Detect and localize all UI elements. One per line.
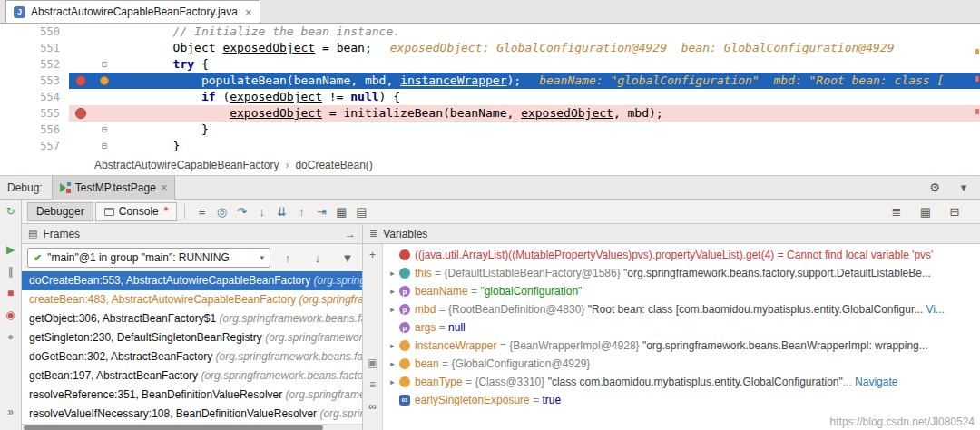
- breadcrumb-class[interactable]: AbstractAutowireCapableBeanFactory: [94, 159, 279, 171]
- code-text: exposedObject = initializeBean(beanName,…: [116, 105, 980, 122]
- stack-frame-row[interactable]: getSingleton:230, DefaultSingletonBeanRe…: [22, 328, 362, 347]
- frame-down-icon[interactable]: ↓: [309, 249, 327, 267]
- variable-token: =: [439, 357, 452, 370]
- code-line-body: exposedObject = initializeBean(beanName,…: [69, 105, 980, 122]
- line-number[interactable]: 556: [0, 122, 69, 138]
- debug-session-tab[interactable]: TestMP.testPage ×: [52, 176, 176, 200]
- line-number[interactable]: 557: [0, 138, 69, 154]
- gear-icon[interactable]: ⚙: [926, 179, 944, 197]
- expand-chevron-icon[interactable]: ▸: [387, 269, 398, 278]
- variable-row[interactable]: ▸pmbd = {RootBeanDefinition@4830} "Root …: [383, 300, 980, 318]
- pause-icon[interactable]: ∥: [4, 264, 18, 279]
- fold-icon[interactable]: ⊟: [102, 122, 107, 138]
- show-execution-point-icon[interactable]: ◎: [212, 202, 230, 220]
- code-token: Object: [173, 41, 223, 54]
- variable-row[interactable]: ▸this = {DefaultListableBeanFactory@1586…: [383, 264, 980, 282]
- code-editor[interactable]: 550// Initialize the bean instance.551Ob…: [0, 24, 980, 154]
- error-stripe: [975, 24, 979, 154]
- filter-icon[interactable]: ▼: [338, 249, 357, 267]
- variable-row[interactable]: ▸beanType = {Class@3310} "class com.baom…: [383, 373, 980, 391]
- expand-chevron-icon[interactable]: ▸: [387, 377, 398, 386]
- line-number[interactable]: 555: [0, 105, 69, 122]
- variable-row[interactable]: ▸instanceWrapper = {BeanWrapperImpl@4928…: [383, 337, 980, 355]
- stack-frame-row[interactable]: resolveReference:351, BeanDefinitionValu…: [22, 386, 362, 405]
- thread-dropdown[interactable]: ✔ "main"@1 in group "main": RUNNING ▾: [27, 248, 270, 268]
- fold-slot: [93, 105, 116, 122]
- breadcrumb-method[interactable]: doCreateBean(): [295, 159, 372, 171]
- error-stripe-mark[interactable]: [975, 49, 979, 54]
- add-watch-icon[interactable]: +: [366, 248, 380, 262]
- line-number[interactable]: 553: [0, 73, 69, 89]
- run-to-cursor-icon[interactable]: ⇥: [312, 202, 330, 220]
- stack-frame-row[interactable]: resolveValueIfNecessary:108, BeanDefinit…: [22, 405, 362, 424]
- resume-icon[interactable]: ▶: [4, 242, 18, 257]
- thread-nav-icons: ↑↓▼: [279, 249, 357, 267]
- code-token: , mbd);: [613, 106, 663, 120]
- close-tab-icon[interactable]: ×: [245, 5, 252, 19]
- step-into-icon[interactable]: ↓: [252, 202, 270, 220]
- editor-tab[interactable]: J AbstractAutowireCapableBeanFactory.jav…: [5, 0, 260, 23]
- close-session-icon[interactable]: ×: [161, 181, 168, 194]
- more-icon[interactable]: »: [4, 405, 18, 419]
- evaluate-expression-icon[interactable]: ▦: [332, 202, 350, 220]
- scrollbar-thumb[interactable]: [24, 425, 323, 430]
- frame-up-icon[interactable]: ↑: [279, 249, 297, 267]
- mute-breakpoints-icon[interactable]: ●: [4, 329, 18, 344]
- line-number[interactable]: 554: [0, 89, 69, 105]
- step-out-icon[interactable]: ↑: [292, 202, 310, 220]
- breakpoint-icon[interactable]: [75, 108, 86, 119]
- error-stripe-mark[interactable]: [975, 109, 979, 114]
- code-line: 557⊟}: [0, 138, 980, 154]
- expand-chevron-icon[interactable]: ▸: [387, 359, 398, 368]
- line-number[interactable]: 551: [0, 40, 69, 56]
- stack-icon[interactable]: ≡: [366, 377, 380, 392]
- tab-console[interactable]: Console *: [95, 202, 178, 221]
- stack-frame-row[interactable]: getBean:197, AbstractBeanFactory (org.sp…: [22, 366, 362, 386]
- expand-chevron-icon[interactable]: ▸: [387, 287, 398, 296]
- force-step-into-icon[interactable]: ⇊: [272, 202, 290, 220]
- variable-row[interactable]: pargs = null: [383, 318, 980, 337]
- tab-debugger[interactable]: Debugger: [27, 202, 93, 221]
- expand-chevron-icon[interactable]: ▸: [387, 305, 398, 314]
- collapse-all-icon[interactable]: ⊟: [946, 202, 964, 220]
- rerun-icon[interactable]: ↻: [4, 204, 18, 219]
- variable-row[interactable]: ▸bean = {GlobalConfiguration@4929}: [383, 355, 980, 373]
- frames-options-icon[interactable]: →: [345, 228, 356, 240]
- error-stripe-mark[interactable]: [975, 76, 979, 82]
- copy-icon[interactable]: ▣: [366, 356, 380, 370]
- view-options-icon[interactable]: ≣: [887, 202, 906, 220]
- fold-icon[interactable]: ⊟: [102, 138, 107, 154]
- layout-grid-icon[interactable]: ▤: [352, 202, 370, 220]
- frames-horizontal-scrollbar[interactable]: [22, 424, 362, 430]
- stack-frame-row[interactable]: doGetBean:302, AbstractBeanFactory (org.…: [22, 347, 362, 366]
- stack-frame-row[interactable]: createBean:483, AbstractAutowireCapableB…: [22, 290, 362, 309]
- debug-toolbar-icons: ≡◎↷↓⇊↑⇥▦▤: [192, 202, 370, 220]
- fold-slot: [93, 73, 116, 89]
- code-token: exposedObject: [230, 106, 322, 120]
- step-over-icon[interactable]: ↷: [232, 202, 250, 220]
- code-token: if: [201, 90, 216, 103]
- line-number[interactable]: 550: [0, 24, 69, 40]
- view-breakpoints-icon[interactable]: ◉: [4, 308, 18, 322]
- fold-icon[interactable]: ⊟: [102, 56, 107, 73]
- stop-icon[interactable]: ■: [4, 286, 18, 300]
- variable-row[interactable]: ▸pbeanName = "globalConfiguration": [383, 282, 980, 300]
- code-line-body: populateBean(beanName, mbd, instanceWrap…: [69, 73, 980, 89]
- watches-icon[interactable]: ∞: [366, 399, 380, 414]
- toolbar-right-icons: ≣▦⊟: [887, 202, 964, 220]
- variable-token: args: [415, 321, 436, 334]
- breakpoint-icon[interactable]: [75, 75, 86, 86]
- hide-panel-icon[interactable]: ▾: [955, 179, 973, 197]
- variable-row[interactable]: ((java.util.ArrayList)((MutablePropertyV…: [383, 246, 980, 264]
- stack-frame-row[interactable]: getObject:306, AbstractBeanFactory$1 (or…: [22, 309, 362, 328]
- variable-row[interactable]: 01earlySingletonExposure = true: [383, 391, 980, 409]
- inline-debug-hint: exposedObject: GlobalConfiguration@4929 …: [390, 41, 895, 54]
- code-line-body: if (exposedObject != null) {: [69, 89, 980, 105]
- restore-layout-icon[interactable]: ▦: [916, 202, 935, 220]
- variable-token: null: [448, 321, 466, 334]
- code-token: ) {: [379, 90, 400, 103]
- line-number[interactable]: 552: [0, 56, 69, 73]
- stack-frame-row[interactable]: doCreateBean:553, AbstractAutowireCapabl…: [22, 271, 362, 290]
- expand-chevron-icon[interactable]: ▸: [387, 341, 398, 350]
- settings-menu-icon[interactable]: ≡: [192, 202, 211, 220]
